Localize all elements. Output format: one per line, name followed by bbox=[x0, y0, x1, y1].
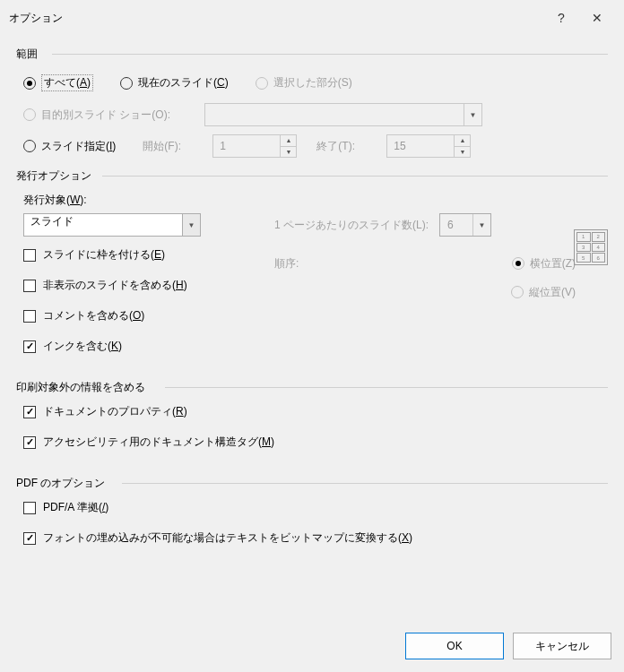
group-pdf-heading: PDF のオプション bbox=[16, 470, 608, 495]
radio-custom-show-label: 目的別スライド ショー(O): bbox=[41, 108, 170, 123]
radio-slide-spec-label: スライド指定(I) bbox=[41, 139, 116, 154]
checkbox-comments[interactable]: コメントを含める(O) bbox=[23, 308, 144, 323]
checkbox-icon bbox=[23, 310, 36, 323]
checkbox-frame-label: スライドに枠を付ける(E) bbox=[43, 247, 165, 263]
checkbox-icon bbox=[23, 502, 36, 514]
checkbox-hidden[interactable]: 非表示のスライドを含める(H) bbox=[23, 278, 187, 293]
radio-slide-spec[interactable]: スライド指定(I) bbox=[23, 139, 116, 154]
checkbox-bitmap-label: フォントの埋め込みが不可能な場合はテキストをビットマップに変換する(X) bbox=[43, 530, 412, 546]
start-value: 1 bbox=[220, 140, 226, 152]
publish-target-value: スライド bbox=[24, 215, 74, 228]
radio-selected-part: 選択した部分(S) bbox=[256, 75, 352, 90]
radio-current-label: 現在のスライド(C) bbox=[138, 75, 229, 90]
checkbox-bitmap[interactable]: フォントの埋め込みが不可能な場合はテキストをビットマップに変換する(X) bbox=[23, 530, 412, 546]
checkbox-checked-icon bbox=[23, 340, 36, 353]
end-label: 終了(T): bbox=[316, 139, 379, 154]
spin-up-icon: ▲ bbox=[454, 135, 470, 147]
checkbox-checked-icon bbox=[23, 436, 36, 449]
group-range-heading: 範囲 bbox=[16, 41, 608, 65]
radio-vertical-label: 縦位置(V) bbox=[529, 285, 576, 300]
spin-up-icon: ▲ bbox=[280, 135, 296, 147]
checkbox-icon bbox=[23, 280, 36, 292]
checkbox-ink[interactable]: インクを含む(K) bbox=[23, 339, 122, 354]
radio-current-slide[interactable]: 現在のスライド(C) bbox=[120, 75, 229, 90]
group-nonprint-heading: 印刷対象外の情報を含める bbox=[16, 375, 608, 399]
radio-custom-show: 目的別スライド ショー(O): bbox=[23, 108, 170, 123]
start-spinner: 1 ▲▼ bbox=[212, 134, 297, 158]
checkbox-docprops-label: ドキュメントのプロパティ(R) bbox=[43, 404, 187, 419]
radio-vertical: 縦位置(V) bbox=[511, 285, 576, 300]
custom-show-dropdown: ▼ bbox=[204, 103, 482, 126]
radio-icon bbox=[120, 77, 133, 90]
radio-dot-icon bbox=[512, 257, 524, 270]
checkbox-docprops[interactable]: ドキュメントのプロパティ(R) bbox=[23, 404, 187, 419]
chevron-down-icon: ▼ bbox=[472, 214, 490, 236]
radio-icon bbox=[23, 108, 36, 121]
checkbox-comments-label: コメントを含める(O) bbox=[43, 308, 144, 323]
spin-down-icon: ▼ bbox=[454, 147, 470, 158]
radio-horizontal-label: 横位置(Z) bbox=[530, 256, 576, 271]
checkbox-ink-label: インクを含む(K) bbox=[43, 339, 122, 354]
checkbox-frame[interactable]: スライドに枠を付ける(E) bbox=[23, 247, 165, 263]
layout-preview-icon: 12 34 56 bbox=[574, 229, 608, 265]
radio-horizontal: 横位置(Z) bbox=[512, 256, 576, 271]
slides-per-page-label: 1 ページあたりのスライド数(L): bbox=[274, 218, 429, 233]
slides-per-page-value: 6 bbox=[447, 219, 454, 231]
slides-per-page-dropdown: 6 ▼ bbox=[439, 213, 491, 237]
start-label: 開始(F): bbox=[143, 139, 205, 154]
publish-target-dropdown[interactable]: スライド ▼ bbox=[23, 213, 201, 237]
checkbox-pdfa-label: PDF/A 準拠(/) bbox=[43, 500, 108, 515]
titlebar: オプション ? ✕ bbox=[0, 0, 624, 36]
chevron-down-icon: ▼ bbox=[464, 104, 481, 125]
radio-all-label: すべて(A) bbox=[41, 74, 93, 91]
cancel-button[interactable]: キャンセル bbox=[513, 633, 611, 659]
publish-target-label: 発行対象(W): bbox=[23, 193, 608, 208]
radio-selected-part-label: 選択した部分(S) bbox=[273, 75, 352, 90]
order-label: 順序: bbox=[274, 256, 337, 271]
spin-down-icon: ▼ bbox=[280, 147, 296, 158]
radio-icon bbox=[23, 140, 36, 152]
group-publish-heading: 発行オプション bbox=[16, 163, 608, 187]
radio-all[interactable]: すべて(A) bbox=[23, 74, 93, 91]
close-button[interactable]: ✕ bbox=[579, 11, 615, 25]
help-button[interactable]: ? bbox=[543, 11, 579, 25]
radio-icon bbox=[511, 286, 524, 298]
chevron-down-icon: ▼ bbox=[182, 214, 200, 236]
checkbox-pdfa[interactable]: PDF/A 準拠(/) bbox=[23, 500, 108, 515]
radio-icon bbox=[256, 77, 268, 90]
checkbox-a11y-label: アクセシビリティ用のドキュメント構造タグ(M) bbox=[43, 435, 274, 450]
checkbox-a11y[interactable]: アクセシビリティ用のドキュメント構造タグ(M) bbox=[23, 435, 274, 450]
dialog-footer: OK キャンセル bbox=[405, 633, 611, 659]
checkbox-checked-icon bbox=[23, 406, 36, 418]
end-value: 15 bbox=[394, 140, 405, 152]
checkbox-icon bbox=[23, 249, 36, 262]
radio-dot-icon bbox=[23, 77, 36, 90]
checkbox-checked-icon bbox=[23, 532, 36, 545]
checkbox-hidden-label: 非表示のスライドを含める(H) bbox=[43, 278, 187, 293]
ok-button[interactable]: OK bbox=[405, 633, 504, 659]
dialog-title: オプション bbox=[9, 11, 543, 26]
end-spinner: 15 ▲▼ bbox=[386, 134, 471, 158]
